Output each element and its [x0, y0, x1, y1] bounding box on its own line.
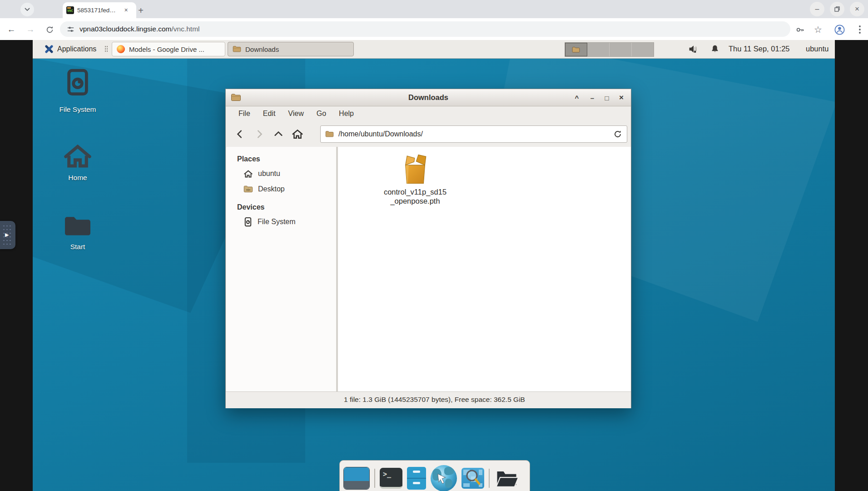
novnc-control-handle[interactable]: ▶ [0, 221, 15, 249]
browser-tab[interactable]: VNC 5853171fed5b:1 - noVNC × [63, 2, 136, 18]
fm-file-pane[interactable]: control_v11p_sd15 _openpose.pth [338, 147, 631, 391]
dock-separator [374, 469, 375, 488]
new-tab-button[interactable]: + [134, 4, 147, 17]
folder-icon [63, 214, 92, 239]
vnc-desktop-canvas: Applications Models - Google Drive ... D… [33, 40, 835, 491]
fm-path-input[interactable] [337, 130, 610, 139]
home-icon [63, 142, 93, 170]
fm-back-button[interactable] [233, 127, 248, 141]
xfce-applications-icon [45, 45, 54, 54]
taskbar-button-downloads[interactable]: Downloads [228, 42, 354, 56]
desktop-icon-start[interactable]: Start [48, 214, 107, 251]
password-manager-button[interactable] [794, 24, 806, 35]
tab-title: 5853171fed5b:1 - noVNC [77, 7, 119, 14]
fm-titlebar[interactable]: Downloads ^ – □ × [226, 89, 631, 106]
fm-shade-button[interactable]: ^ [571, 92, 583, 103]
profile-avatar[interactable] [833, 23, 846, 36]
chevron-left-icon [235, 129, 245, 139]
sidebar-item-label: File System [258, 218, 296, 226]
drawer-handle [413, 482, 420, 484]
file-item-controlnet-pth[interactable]: control_v11p_sd15 _openpose.pth [363, 153, 467, 206]
reload-icon [45, 25, 54, 34]
fm-minimize-button[interactable]: – [586, 92, 598, 103]
file-name-line1: control_v11p_sd15 [363, 188, 467, 197]
forward-button[interactable]: → [25, 24, 36, 35]
panel-grip-handle[interactable] [104, 45, 108, 53]
fm-close-button[interactable]: × [615, 92, 627, 103]
menu-view[interactable]: View [283, 108, 309, 120]
tab-search-button[interactable] [20, 3, 34, 16]
notification-indicator[interactable] [710, 45, 719, 54]
desktop-icon-filesystem[interactable]: File System [48, 67, 107, 114]
folder-icon [325, 130, 334, 138]
volume-indicator[interactable] [688, 44, 699, 54]
chevron-down-icon [25, 8, 30, 11]
dock-web-browser-button[interactable] [431, 465, 457, 491]
drawer-handle [413, 471, 420, 473]
workspace-3[interactable] [610, 43, 632, 56]
devices-header: Devices [226, 197, 336, 214]
fm-path-bar[interactable] [320, 125, 627, 143]
dock-show-desktop-button[interactable] [343, 467, 370, 490]
browser-menu-button[interactable] [856, 24, 864, 35]
magnifier-icon [464, 469, 482, 488]
places-header: Places [226, 152, 336, 166]
workspace-1[interactable] [565, 43, 587, 56]
bookmark-button[interactable]: ☆ [812, 24, 824, 35]
fm-home-button[interactable] [290, 127, 305, 141]
site-info-icon[interactable] [66, 25, 75, 34]
menu-help[interactable]: Help [333, 108, 359, 120]
dock-folder-button[interactable] [494, 467, 520, 490]
taskbar-button-label: Downloads [245, 45, 279, 53]
panel-clock[interactable]: Thu 11 Sep, 01:25 [729, 45, 790, 53]
restore-icon [834, 6, 840, 12]
key-icon [795, 25, 805, 35]
home-icon [243, 170, 253, 178]
back-button[interactable]: ← [5, 24, 17, 35]
applications-label: Applications [57, 45, 96, 53]
workspace-2[interactable] [587, 43, 610, 56]
sidebar-item-ubuntu[interactable]: ubuntu [226, 166, 336, 181]
fm-forward-button[interactable] [252, 127, 267, 141]
desktop-icon-home[interactable]: Home [48, 142, 107, 182]
drive-icon [243, 217, 253, 227]
refresh-icon[interactable] [613, 130, 622, 139]
reload-button[interactable] [44, 24, 55, 35]
status-text: 1 file: 1.3 GiB (1445235707 bytes), Free… [344, 396, 525, 404]
drive-icon [64, 67, 92, 102]
workspace-4[interactable] [632, 43, 654, 56]
fm-statusbar: 1 file: 1.3 GiB (1445235707 bytes), Free… [226, 391, 631, 408]
taskbar-button-label: Models - Google Drive ... [129, 45, 204, 53]
novnc-favicon-icon: VNC [66, 6, 74, 14]
fm-window-title: Downloads [226, 93, 631, 102]
dock-app-finder-button[interactable] [461, 468, 484, 489]
sidebar-item-filesystem[interactable]: File System [226, 214, 336, 230]
folder-icon [572, 46, 580, 53]
desktop-folder-icon [243, 185, 253, 193]
firefox-icon [117, 45, 125, 53]
tab-close-button[interactable]: × [122, 6, 130, 14]
fm-up-button[interactable] [271, 127, 286, 141]
terminal-icon: >_ [383, 470, 391, 478]
expand-arrow-icon: ▶ [5, 232, 9, 238]
dock-terminal-button[interactable]: >_ [380, 468, 402, 489]
dock-file-manager-button[interactable] [407, 467, 426, 490]
menu-go[interactable]: Go [311, 108, 332, 120]
file-manager-window: Downloads ^ – □ × File Edit View Go Help [225, 89, 631, 408]
applications-menu-button[interactable]: Applications [42, 42, 99, 56]
open-folder-icon [494, 467, 520, 490]
avatar-icon [834, 24, 845, 35]
chevron-up-icon [273, 129, 284, 139]
menu-edit[interactable]: Edit [258, 108, 281, 120]
sidebar-item-desktop[interactable]: Desktop [226, 181, 336, 197]
home-icon [292, 129, 303, 140]
fm-maximize-button[interactable]: □ [601, 92, 613, 103]
address-bar[interactable]: vpna03clouddock.lingsie.com/vnc.html [60, 21, 790, 37]
workspace-pager [565, 42, 654, 57]
window-close-button[interactable]: × [850, 2, 864, 16]
dock-separator [489, 469, 490, 488]
taskbar-button-models[interactable]: Models - Google Drive ... [112, 42, 225, 56]
menu-file[interactable]: File [233, 108, 256, 120]
window-restore-button[interactable] [830, 2, 844, 16]
window-minimize-button[interactable]: – [810, 2, 824, 16]
